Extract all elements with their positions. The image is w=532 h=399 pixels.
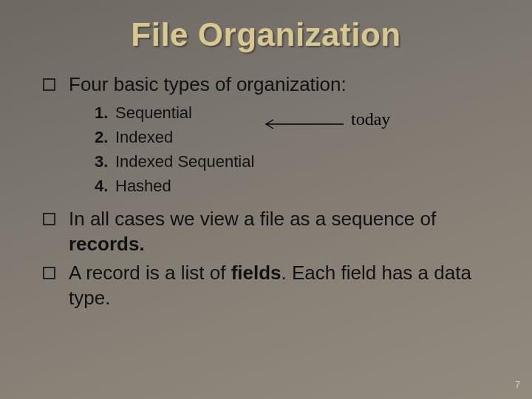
slide-title: File Organization xyxy=(30,16,502,53)
list-label: Indexed xyxy=(115,125,173,149)
bullet-text: In all cases we view a file as a sequenc… xyxy=(69,207,502,257)
bullet-item: Four basic types of organization: xyxy=(43,72,502,98)
arrow-icon xyxy=(259,118,347,133)
bullet-text: Four basic types of organization: xyxy=(69,72,347,98)
list-label: Sequential xyxy=(115,100,192,125)
square-bullet-icon xyxy=(43,267,55,279)
list-label: Indexed Sequential xyxy=(115,149,254,174)
list-number: 1. xyxy=(95,100,115,125)
page-number: 7 xyxy=(515,380,520,390)
bullet-item: A record is a list of fields. Each field… xyxy=(43,261,502,311)
list-number: 2. xyxy=(95,125,115,149)
list-item: 4. Hashed xyxy=(95,174,502,198)
list-label: Hashed xyxy=(115,174,171,198)
bullet-item: In all cases we view a file as a sequenc… xyxy=(43,207,502,257)
today-annotation: today xyxy=(351,109,390,129)
bullet-text: A record is a list of fields. Each field… xyxy=(69,261,502,311)
numbered-list: 1. Sequential 2. Indexed 3. Indexed Sequ… xyxy=(95,100,502,198)
list-item: 3. Indexed Sequential xyxy=(95,149,502,174)
square-bullet-icon xyxy=(43,213,55,225)
list-number: 4. xyxy=(95,174,115,198)
square-bullet-icon xyxy=(43,78,55,91)
list-number: 3. xyxy=(95,149,115,174)
slide: File Organization Four basic types of or… xyxy=(0,0,532,399)
